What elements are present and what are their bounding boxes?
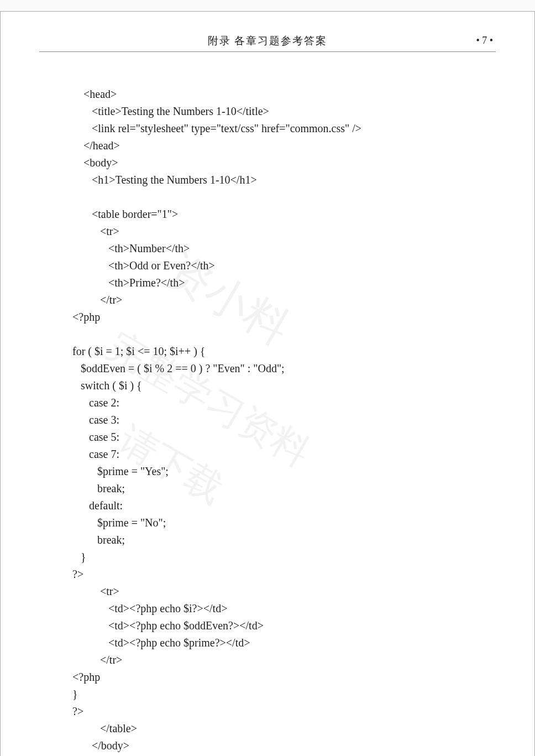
code-line: $oddEven = ( $i % 2 == 0 ) ? "Even" : "O… [72, 362, 285, 374]
code-line: break; [72, 534, 125, 546]
code-line: <body> [83, 157, 118, 169]
code-line: </table> [83, 722, 137, 734]
code-line: <td><?php echo $prime?></td> [83, 637, 250, 649]
code-line: <head> [83, 88, 117, 100]
page-number: • 7 • [476, 35, 493, 46]
code-line: <h1>Testing the Numbers 1-10</h1> [83, 174, 257, 186]
code-line: </tr> [83, 654, 122, 666]
page-header: 附录 各章习题参考答案 [39, 34, 496, 52]
code-line: <title>Testing the Numbers 1-10</title> [83, 105, 269, 117]
code-line: <tr> [83, 585, 119, 597]
header-title: 附录 各章习题参考答案 [39, 34, 496, 48]
code-line: case 3: [72, 414, 119, 426]
code-line: <tr> [83, 225, 119, 237]
code-line: case 7: [72, 448, 119, 460]
code-line: </body> [83, 739, 129, 752]
document-page: 资小料 完整学习资料 请下载 附录 各章习题参考答案 • 7 • <head> … [0, 11, 535, 756]
code-line: } [72, 688, 78, 700]
code-line: <?php [72, 671, 100, 683]
code-line: ?> [72, 705, 83, 717]
code-line: <?php [72, 311, 100, 323]
code-line: ?> [72, 568, 83, 580]
code-line: <link rel="stylesheet" type="text/css" h… [83, 122, 361, 134]
code-line: switch ( $i ) { [72, 379, 142, 392]
code-line: <th>Prime?</th> [83, 277, 185, 289]
code-line: } [72, 551, 86, 563]
code-line: <th>Number</th> [83, 242, 190, 254]
code-line: default: [72, 499, 123, 512]
code-line: </head> [83, 139, 120, 152]
code-line: break; [72, 482, 125, 494]
code-line: $prime = "No"; [72, 517, 166, 529]
code-line: $prime = "Yes"; [72, 465, 169, 477]
code-line: <td><?php echo $i?></td> [83, 602, 227, 614]
code-line: for ( $i = 1; $i <= 10; $i++ ) { [72, 345, 205, 357]
code-block: <head> <title>Testing the Numbers 1-10</… [83, 69, 496, 756]
code-line: </tr> [83, 294, 122, 306]
code-line: case 2: [72, 397, 119, 409]
code-line: <th>Odd or Even?</th> [83, 259, 215, 272]
code-line: <td><?php echo $oddEven?></td> [83, 619, 264, 632]
code-line: <table border="1"> [83, 208, 178, 220]
code-line: case 5: [72, 431, 119, 443]
